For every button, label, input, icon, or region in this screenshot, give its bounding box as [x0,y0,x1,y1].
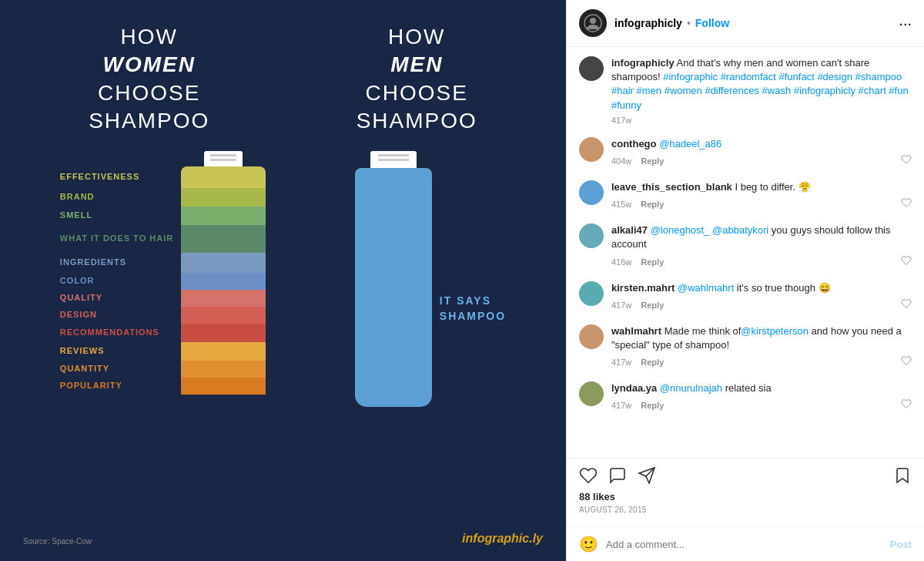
reply-button[interactable]: Reply [641,401,664,410]
post-header: infographicly • Follow ··· [567,0,924,47]
men-title: HOWMENCHOOSESHAMPOO [357,23,477,136]
caption-meta: 417w [611,116,912,125]
profile-icon [584,14,602,32]
women-label-ingredients: INGREDIENTS [60,253,173,273]
heart-icon [901,197,912,208]
comment-like-button[interactable] [901,154,912,168]
reply-button[interactable]: Reply [641,200,664,209]
commenter-name[interactable]: conthego [611,138,657,149]
commenter-name[interactable]: kirsten.mahrt [611,282,675,294]
comment-item: alkali47 @loneghost_ @abbatykori you guy… [579,223,912,268]
comments-section[interactable]: infographicly And that's why men and wom… [567,47,924,458]
comment-like-button[interactable] [901,355,912,369]
reply-button[interactable]: Reply [641,358,664,367]
comment-content: Made me think of [665,325,742,337]
commenter-name[interactable]: lyndaa.ya [611,382,657,394]
women-label-color: COLOR [60,273,173,290]
comment-text: wahlmahrt Made me think of@kirstpeterson… [611,324,912,352]
heart-icon [901,154,912,165]
heart-icon [579,466,598,485]
bottle-segment-design [181,307,266,324]
comment-body: conthego @hadeel_a86 404w Reply [611,137,912,168]
infographic-panel: HOWWOMENCHOOSESHAMPOO HOWMENCHOOSESHAMPO… [0,0,566,561]
bottle-segment-brand [181,188,266,207]
mention[interactable]: @hadeel_a86 [659,138,721,149]
comment-meta: 417w Reply [611,398,912,412]
comment-icon [608,466,627,485]
comment-input[interactable] [606,539,882,550]
brand-text: infographic.ly [462,532,543,546]
mention[interactable]: @wahlmahrt [678,282,734,294]
reply-button[interactable]: Reply [641,257,664,267]
mention[interactable]: @loneghost_ @abbatykori [651,224,769,236]
commenter-avatar[interactable] [579,381,604,406]
comment-time: 404w [611,156,631,166]
men-cap [370,151,417,168]
comment-like-button[interactable] [901,398,912,412]
post-date: AUGUST 26, 2015 [579,506,912,514]
follow-button[interactable]: Follow [695,17,729,29]
heart-icon [901,398,912,409]
add-comment-row: 🙂 Post [567,526,924,561]
women-label-what-it-does-to-hair: WHAT IT DOES TO HAIR [60,225,173,253]
username-follow-row: infographicly • Follow [614,17,891,29]
save-button[interactable] [893,466,912,485]
commenter-avatar[interactable] [579,180,604,205]
comment-button[interactable] [608,466,627,485]
women-label-recommendations: RECOMMENDATIONS [60,324,173,342]
comment-text: kirsten.mahrt @wahlmahrt it's so true th… [611,281,912,295]
bottle-segment-color [181,273,266,290]
comment-time: 417w [611,401,631,410]
comment-like-button[interactable] [901,197,912,211]
comment-content: I beg to differ. 😤 [735,181,810,193]
commenter-avatar[interactable] [579,324,604,349]
caption-body: infographicly And that's why men and wom… [611,56,912,125]
share-icon [638,466,656,485]
post-comment-button[interactable]: Post [890,539,912,550]
comment-body: wahlmahrt Made me think of@kirstpeterson… [611,324,912,369]
header-username[interactable]: infographicly [614,17,682,29]
profile-avatar[interactable] [579,9,607,37]
women-bottle [181,151,266,405]
emoji-button[interactable]: 🙂 [579,535,598,553]
comment-item: lyndaa.ya @nnurulnajah related sia 417w … [579,381,912,412]
commenter-name[interactable]: wahlmahrt [611,325,661,337]
comment-body: lyndaa.ya @nnurulnajah related sia 417w … [611,381,912,412]
share-button[interactable] [638,466,656,485]
heart-icon [901,255,912,266]
commenter-name[interactable]: leave_this_section_blank [611,181,732,193]
men-bottle-body [355,168,432,407]
men-says-shampoo: IT SAYSSHAMPOO [440,294,506,324]
caption-avatar[interactable] [579,56,604,81]
commenter-avatar[interactable] [579,137,604,162]
comment-content: related sia [725,382,772,394]
right-panel: infographicly • Follow ··· infographicly… [566,0,924,561]
bottle-segment-ingredients [181,253,266,273]
reply-button[interactable]: Reply [641,156,664,166]
men-highlight: MEN [390,52,443,76]
commenter-avatar[interactable] [579,281,604,306]
commenter-avatar[interactable] [579,223,604,248]
caption-username[interactable]: infographicly [611,57,675,69]
mention[interactable]: @nnurulnajah [660,382,722,394]
comment-meta: 416w Reply [611,255,912,269]
heart-icon [901,355,912,366]
women-label-brand: BRAND [60,188,173,207]
reply-button[interactable]: Reply [641,301,664,310]
commenter-name[interactable]: alkali47 [611,224,648,236]
mention2[interactable]: @kirstpeterson [741,325,808,337]
more-options-button[interactable]: ··· [899,15,912,32]
comment-meta: 417w Reply [611,355,912,369]
like-button[interactable] [579,466,598,485]
bottle-segment-recommendations [181,324,266,342]
comment-meta: 415w Reply [611,197,912,211]
comment-like-button[interactable] [901,298,912,312]
comment-like-button[interactable] [901,255,912,269]
comment-meta: 417w Reply [611,298,912,312]
heart-icon [901,298,912,309]
comment-text: lyndaa.ya @nnurulnajah related sia [611,381,912,395]
caption-text: infographicly And that's why men and wom… [611,56,912,113]
comment-item: wahlmahrt Made me think of@kirstpeterson… [579,324,912,369]
likes-count: 88 likes [579,491,912,502]
action-icons-row [579,466,912,485]
